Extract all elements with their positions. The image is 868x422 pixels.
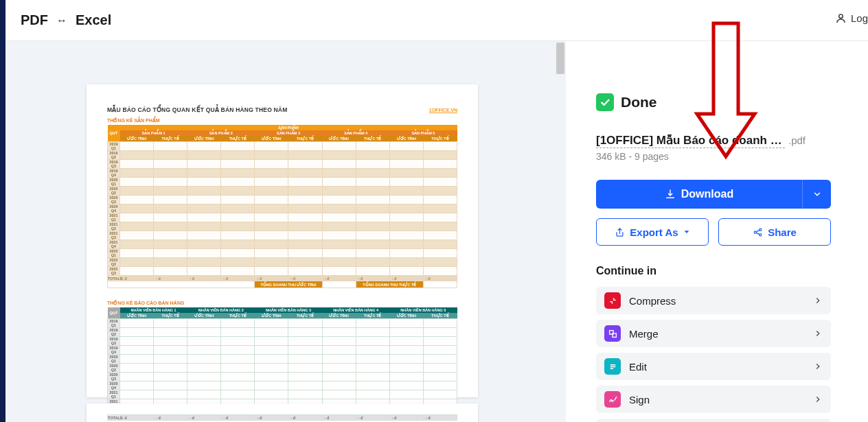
section-label-1: THỐNG KÊ SẢN PHẨM — [107, 118, 457, 124]
done-badge — [596, 93, 614, 111]
tool-label: Sign — [629, 394, 813, 406]
file-info: 346 kB - 9 pages — [596, 151, 831, 162]
download-icon — [665, 189, 676, 200]
tool-list: Compress Merge Edit Sign Protect — [596, 287, 831, 422]
chevron-right-icon — [813, 395, 823, 404]
product-table: QUÝSẢN PHẨM SẢN PHẨM 1SẢN PHẨM 2SẢN PHẨM… — [107, 125, 457, 288]
download-options-button[interactable] — [802, 180, 831, 209]
export-as-button[interactable]: Export As — [596, 218, 709, 246]
secondary-actions: Export As Share — [596, 218, 831, 246]
brand-badge: 1OFFICE.VN — [429, 108, 457, 113]
chevron-right-icon — [813, 329, 823, 338]
check-icon — [599, 97, 610, 108]
scrollbar-thumb[interactable] — [556, 43, 564, 74]
document-page-1: MẪU BÁO CÁO TỔNG QUAN KẾT QUẢ BÁN HÀNG T… — [87, 84, 478, 397]
title-right: Excel — [76, 12, 111, 28]
document-page-2: TOTALS- đ- đ- đ- đ- đ- đ- đ- đ- đ- đ — [87, 403, 478, 422]
compress-icon — [604, 292, 621, 309]
page-title: PDF ↔ Excel — [21, 12, 111, 28]
tool-merge[interactable]: Merge — [596, 320, 831, 347]
employee-table-cont: TOTALS- đ- đ- đ- đ- đ- đ- đ- đ- đ- đ — [107, 414, 457, 421]
tool-protect[interactable]: Protect — [596, 419, 831, 422]
download-label: Download — [681, 188, 733, 200]
continue-in-label: Continue in — [596, 265, 831, 277]
tool-sign[interactable]: Sign — [596, 386, 831, 413]
header: PDF ↔ Excel Log — [5, 0, 868, 41]
svg-line-6 — [756, 233, 760, 235]
download-row: Download — [596, 180, 831, 209]
done-label: Done — [621, 94, 657, 110]
svg-line-5 — [756, 230, 760, 232]
user-icon — [835, 12, 847, 24]
tool-edit[interactable]: Edit — [596, 353, 831, 380]
preview-scrollbar[interactable] — [555, 41, 566, 422]
login-link[interactable]: Log — [835, 12, 868, 24]
tool-compress[interactable]: Compress — [596, 287, 831, 314]
side-panel: Done [1OFFICE] Mẫu Báo cáo doanh thu b..… — [566, 41, 868, 422]
section-label-2: THỐNG KÊ BÁO CÁO BÁN HÀNG — [107, 301, 457, 306]
tool-label: Edit — [629, 361, 813, 373]
download-button[interactable]: Download — [596, 180, 802, 209]
main-area: MẪU BÁO CÁO TỔNG QUAN KẾT QUẢ BÁN HÀNG T… — [5, 41, 868, 422]
status-row: Done — [596, 93, 831, 111]
svg-point-0 — [839, 14, 843, 19]
tool-label: Compress — [629, 295, 813, 307]
sign-icon — [604, 391, 621, 408]
chevron-right-icon — [813, 362, 823, 371]
edit-icon — [604, 358, 621, 375]
left-rail — [0, 0, 5, 422]
swap-icon: ↔ — [56, 14, 67, 27]
export-as-label: Export As — [630, 226, 678, 238]
caret-down-icon — [683, 228, 690, 235]
share-label: Share — [768, 226, 797, 238]
export-icon — [615, 227, 625, 237]
share-button[interactable]: Share — [718, 218, 831, 246]
preview-area: MẪU BÁO CÁO TỔNG QUAN KẾT QUẢ BÁN HÀNG T… — [5, 41, 566, 422]
doc-title: MẪU BÁO CÁO TỔNG QUAN KẾT QUẢ BÁN HÀNG T… — [107, 106, 457, 113]
title-left: PDF — [21, 12, 48, 28]
share-icon — [753, 227, 763, 237]
filename[interactable]: [1OFFICE] Mẫu Báo cáo doanh thu b... — [596, 133, 785, 148]
chevron-right-icon — [813, 296, 823, 305]
file-ext: .pdf — [788, 134, 806, 146]
tool-label: Merge — [629, 328, 813, 340]
login-label: Log — [851, 12, 868, 24]
filename-row: [1OFFICE] Mẫu Báo cáo doanh thu b... .pd… — [596, 133, 831, 148]
merge-icon — [604, 325, 621, 342]
svg-marker-1 — [684, 231, 689, 233]
chevron-down-icon — [812, 189, 822, 199]
